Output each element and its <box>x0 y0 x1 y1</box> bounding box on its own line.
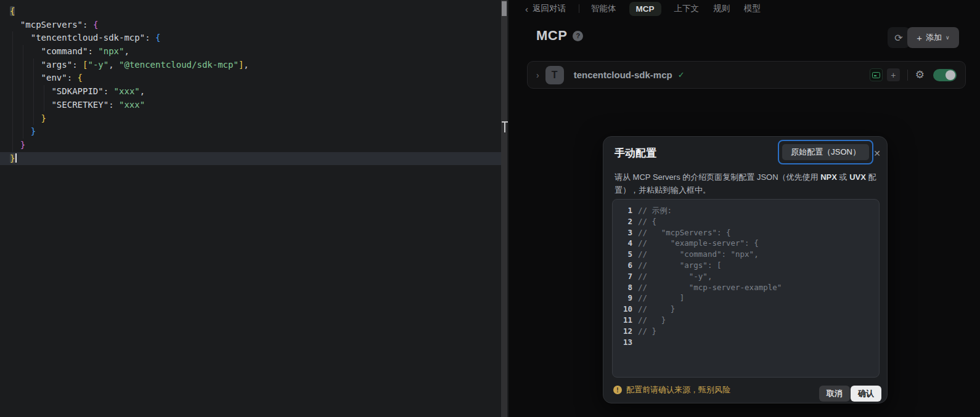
example-code-line: 13 <box>619 337 873 348</box>
manual-config-modal: 手动配置 原始配置（JSON） ✕ 请从 MCP Servers 的介绍页面复制… <box>603 136 888 403</box>
confirm-button[interactable]: 确认 <box>851 386 881 402</box>
tab-规则[interactable]: 规则 <box>712 1 731 17</box>
close-icon[interactable]: ✕ <box>873 148 881 158</box>
code-token: "xxx" <box>119 100 145 110</box>
code-line[interactable]: "args": ["-y", "@tencentcloud/sdk-mcp"], <box>0 59 502 72</box>
comment-text: // "command": "npx", <box>638 249 759 260</box>
example-code-line: 9// ] <box>619 293 873 304</box>
code-token: { <box>93 20 98 30</box>
example-code-line: 2// { <box>619 216 873 227</box>
line-number: 1 <box>619 205 632 216</box>
code-token: "args" <box>41 60 73 70</box>
cancel-button[interactable]: 取消 <box>819 386 850 402</box>
code-token: , <box>124 46 129 56</box>
example-code-line: 11// } <box>619 315 873 326</box>
comment-text: // } <box>638 304 675 315</box>
tab-智能体[interactable]: 智能体 <box>590 1 618 17</box>
json-config-textarea[interactable]: 1// 示例:2// {3// "mcpServers": {4// "exam… <box>612 199 880 378</box>
code-token <box>10 113 41 123</box>
raw-json-mode-button[interactable]: 原始配置（JSON） <box>782 144 869 160</box>
plus-icon: + <box>891 70 896 80</box>
top-nav: ‹ 返回对话 智能体MCP上下文规则模型 <box>508 0 980 17</box>
code-token: } <box>10 153 15 163</box>
example-code-line: 1// 示例: <box>619 205 873 216</box>
code-token: "SDKAPPID" <box>51 86 103 96</box>
line-number: 12 <box>619 326 632 337</box>
code-token <box>10 20 20 30</box>
warning-text: 配置前请确认来源，甄别风险 <box>626 384 730 395</box>
risk-warning: ! 配置前请确认来源，甄别风险 <box>613 384 730 395</box>
json-mode-focus-ring: 原始配置（JSON） <box>778 140 873 164</box>
code-line[interactable]: "env": { <box>0 71 502 85</box>
description-text: 或 <box>837 172 849 182</box>
server-avatar: T <box>545 66 564 84</box>
help-icon[interactable]: ? <box>573 31 583 41</box>
code-line[interactable]: } <box>0 125 502 139</box>
code-token: : <box>67 73 78 83</box>
terminal-tools-button[interactable] <box>870 68 883 81</box>
comment-text: // "mcpServers": { <box>638 227 731 238</box>
code-line[interactable]: "mcpServers": { <box>0 18 502 32</box>
comment-text: // 示例: <box>638 205 672 216</box>
editor-caret <box>15 153 17 163</box>
code-token: } <box>20 140 25 150</box>
mcp-server-row[interactable]: › T tencentcloud-sdk-mcp ✓ + ⚙ <box>527 61 966 89</box>
code-token: , <box>140 86 145 96</box>
editor-scrollbar[interactable] <box>501 0 507 417</box>
line-number: 4 <box>619 238 632 249</box>
code-line[interactable]: } <box>0 139 502 152</box>
code-token: : <box>145 33 155 43</box>
code-token: { <box>10 6 15 16</box>
tab-模型[interactable]: 模型 <box>743 1 762 17</box>
server-enable-toggle[interactable] <box>933 69 957 81</box>
code-token: : <box>104 86 114 96</box>
code-token: "@tencentcloud/sdk-mcp" <box>119 60 239 70</box>
tab-上下文[interactable]: 上下文 <box>673 1 701 17</box>
page-header: MCP ? <box>536 28 583 44</box>
add-tool-button[interactable]: + <box>887 68 900 81</box>
code-token: "mcpServers" <box>20 20 83 30</box>
line-number: 8 <box>619 282 632 293</box>
add-server-button[interactable]: + 添加 ∨ <box>907 27 959 48</box>
editor-code-lines[interactable]: { "mcpServers": { "tencentcloud-sdk-mcp"… <box>0 5 502 165</box>
code-token <box>10 73 41 83</box>
line-number: 7 <box>619 271 632 282</box>
example-code-line: 6// "args": [ <box>619 260 873 271</box>
gear-icon[interactable]: ⚙ <box>915 70 925 80</box>
expand-chevron-icon[interactable]: › <box>536 70 539 80</box>
description-text: UVX <box>849 172 866 182</box>
comment-text: // "args": [ <box>638 260 721 271</box>
code-token: , <box>243 60 248 70</box>
code-line[interactable]: "command": "npx", <box>0 45 502 59</box>
row-divider <box>907 70 908 81</box>
chevron-left-icon: ‹ <box>525 4 528 14</box>
back-to-chat-button[interactable]: ‹ 返回对话 <box>525 3 566 14</box>
code-line[interactable]: { <box>0 5 502 18</box>
comment-text: // "mcp-server-example" <box>638 282 782 293</box>
refresh-button[interactable]: ⟳ <box>888 27 910 48</box>
text-cursor-pointer-icon <box>502 121 508 133</box>
example-code-line: 8// "mcp-server-example" <box>619 282 873 293</box>
tab-MCP[interactable]: MCP <box>629 2 661 16</box>
line-number: 3 <box>619 227 632 238</box>
code-line[interactable]: } <box>0 152 502 166</box>
code-token <box>10 140 20 150</box>
example-code-line: 10// } <box>619 304 873 315</box>
code-line[interactable]: "tencentcloud-sdk-mcp": { <box>0 31 502 45</box>
comment-text: // "example-server": { <box>638 238 759 249</box>
code-line[interactable]: } <box>0 112 502 126</box>
description-text: NPX <box>820 172 837 182</box>
line-number: 13 <box>619 337 632 348</box>
code-line[interactable]: "SDKAPPID": "xxx", <box>0 85 502 99</box>
refresh-icon: ⟳ <box>894 32 902 44</box>
modal-title: 手动配置 <box>615 146 656 160</box>
code-token: } <box>31 126 36 136</box>
example-code-line: 7// "-y", <box>619 271 873 282</box>
back-label: 返回对话 <box>533 3 566 14</box>
scrollbar-thumb[interactable] <box>502 1 507 16</box>
code-line[interactable]: "SECRETKEY": "xxx" <box>0 99 502 112</box>
json-config-editor[interactable]: { "mcpServers": { "tencentcloud-sdk-mcp"… <box>0 0 508 417</box>
code-token: } <box>41 113 46 123</box>
page-title: MCP <box>536 28 567 44</box>
add-label: 添加 <box>926 32 942 43</box>
